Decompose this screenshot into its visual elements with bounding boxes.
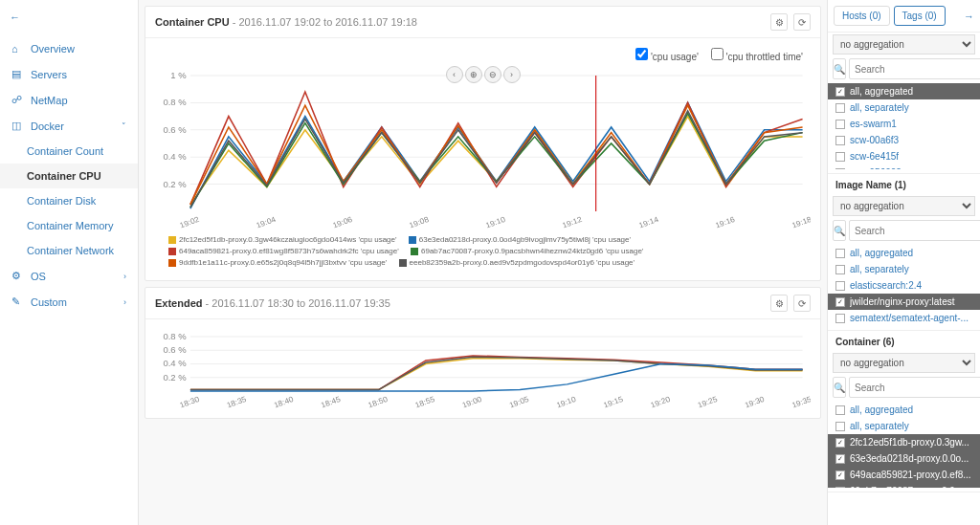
os-icon: ⚙ (11, 270, 23, 282)
checkbox-icon: ✓ (835, 470, 845, 480)
svg-text:0.8 %: 0.8 % (163, 332, 186, 341)
chart-zoom-out-icon[interactable]: ⊖ (484, 66, 501, 83)
svg-text:0.8 %: 0.8 % (163, 98, 186, 108)
svg-text:19:25: 19:25 (697, 395, 719, 408)
filter-group-2: Container (6)no aggregation🔍all, aggrega… (828, 331, 980, 492)
svg-text:18:45: 18:45 (320, 395, 342, 408)
checkbox-icon (835, 136, 845, 145)
filter-item[interactable]: all, separately (828, 261, 980, 277)
checkbox-icon (835, 281, 845, 291)
filter-item[interactable]: es-swarm1 (828, 116, 980, 132)
search-icon[interactable]: 🔍 (833, 58, 846, 79)
sub-nav-container-network[interactable]: Container Network (0, 238, 138, 263)
custom-icon: ✎ (11, 295, 23, 308)
checkbox-icon (835, 120, 845, 129)
legend-item[interactable]: eeeb82359a2b-proxy.0.aed9v5zpdmgodovspd4… (399, 258, 635, 267)
chart-prev-icon[interactable]: ‹ (446, 66, 463, 83)
sub-nav-container-memory[interactable]: Container Memory (0, 213, 138, 238)
filter-item[interactable]: ✓69ab7ac70087-proxy.0.9pa... (828, 483, 980, 488)
checkbox-icon: ✓ (835, 438, 845, 448)
search-icon[interactable]: 🔍 (833, 220, 846, 241)
filter-group-1: Image Name (1)no aggregation🔍all, aggreg… (828, 174, 980, 331)
filter-item[interactable]: elasticsearch:2.4 (828, 277, 980, 294)
svg-text:19:30: 19:30 (744, 395, 766, 408)
panel-container-cpu: Container CPU - 2016.11.07 19:02 to 2016… (145, 6, 821, 281)
filter-item[interactable]: sematext/sematext-agent-... (828, 310, 980, 326)
refresh-icon[interactable]: ⟳ (793, 295, 811, 312)
filter-item[interactable]: ✓649aca859821-proxy.0.ef8... (828, 467, 980, 483)
svg-text:18:55: 18:55 (414, 395, 436, 408)
panel-range: - 2016.11.07 18:30 to 2016.11.07 19:35 (206, 297, 390, 309)
settings-icon[interactable]: ⚙ (770, 13, 788, 31)
filter-search-input[interactable] (849, 377, 980, 398)
chart-zoom-in-icon[interactable]: ⊕ (465, 66, 482, 83)
panel-title: Container CPU (155, 16, 230, 28)
nav-item-os[interactable]: ⚙OS› (0, 263, 138, 289)
svg-text:1 %: 1 % (170, 71, 186, 80)
back-button[interactable]: ← (0, 8, 138, 27)
filter-item[interactable]: ✓jwilder/nginx-proxy:latest (828, 294, 980, 310)
legend-item[interactable]: 649aca859821-proxy.0.ef81wg8f5873h7s6wah… (168, 247, 399, 255)
filter-item[interactable]: all, aggregated (828, 402, 980, 418)
svg-text:19:04: 19:04 (255, 215, 277, 229)
docker-icon: ◫ (11, 120, 23, 132)
nav-item-netmap[interactable]: ☍NetMap (0, 87, 138, 113)
legend-item[interactable]: 2fc12ed5f1db-proxy.0.3gw46kczaiugioc6gdo… (168, 235, 397, 244)
refresh-icon[interactable]: ⟳ (793, 13, 811, 31)
checkbox-icon: ✓ (835, 487, 845, 489)
filter-item[interactable]: all, separately (828, 418, 980, 434)
checkbox-icon (835, 405, 845, 415)
toggle-cpu-usage[interactable] (635, 48, 648, 60)
nav-item-custom[interactable]: ✎Custom› (0, 289, 138, 315)
checkbox-icon (835, 152, 845, 162)
filter-item[interactable]: all, separately (828, 99, 980, 116)
toggle-cpu-throttled[interactable] (711, 48, 724, 60)
checkbox-icon (835, 314, 845, 323)
checkbox-icon (835, 103, 845, 113)
legend-item[interactable]: 63e3eda0218d-proxy.0.0od4gb9ivogjlmv75y5… (409, 235, 631, 244)
svg-text:19:18: 19:18 (791, 215, 811, 229)
svg-text:19:06: 19:06 (331, 215, 353, 229)
filter-item[interactable]: ✓2fc12ed5f1db-proxy.0.3gw... (828, 434, 980, 450)
panel-title: Extended (155, 297, 203, 309)
aggregation-select[interactable]: no aggregation (833, 353, 975, 373)
filter-item[interactable]: scw-6e415f (828, 148, 980, 164)
filter-group-title: Image Name (1) (828, 174, 980, 194)
nav-item-servers[interactable]: ▤Servers (0, 61, 138, 87)
filter-item[interactable]: scw-00a6f3 (828, 132, 980, 148)
legend-item[interactable]: 9ddfb1e1a11c-proxy.0.e65s2j0q8q94l5h7jjl… (168, 258, 387, 267)
filter-search-input[interactable] (849, 58, 980, 79)
svg-text:19:08: 19:08 (408, 215, 430, 229)
filter-item[interactable]: scw-956002 (828, 164, 980, 169)
sub-nav-container-disk[interactable]: Container Disk (0, 188, 138, 213)
search-icon[interactable]: 🔍 (833, 377, 846, 398)
forward-button[interactable]: → (964, 11, 974, 22)
panel-extended: Extended - 2016.11.07 18:30 to 2016.11.0… (145, 287, 821, 419)
sub-nav-container-count[interactable]: Container Count (0, 139, 138, 164)
filter-item[interactable]: ✓all, aggregated (828, 83, 980, 99)
svg-text:19:10: 19:10 (555, 395, 577, 408)
svg-text:19:14: 19:14 (637, 215, 659, 229)
filter-item[interactable]: all, aggregated (828, 245, 980, 261)
svg-text:19:02: 19:02 (179, 215, 201, 229)
chart-next-icon[interactable]: › (503, 66, 521, 83)
filter-item[interactable]: ✓63e3eda0218d-proxy.0.0o... (828, 450, 980, 467)
chart-container-cpu: ‹ ⊕ ⊖ › 0.2 %0.4 %0.6 %0.8 %1 %19:0219:0… (155, 66, 811, 229)
settings-icon[interactable]: ⚙ (770, 295, 788, 312)
sub-nav-container-cpu[interactable]: Container CPU (0, 164, 138, 188)
tab-tags[interactable]: Tags (0) (894, 6, 946, 26)
nav-item-docker[interactable]: ◫Docker˅ (0, 113, 138, 139)
chart-extended: 0.2 %0.4 %0.6 %0.8 %18:3018:3518:4018:45… (155, 327, 811, 408)
legend-item[interactable]: 69ab7ac70087-proxy.0.9pacsbhwn4iheznw24k… (411, 247, 643, 255)
nav-item-overview[interactable]: ⌂Overview (0, 36, 138, 61)
svg-text:0.2 %: 0.2 % (163, 373, 186, 383)
svg-text:0.6 %: 0.6 % (163, 345, 186, 355)
filter-search-input[interactable] (849, 220, 980, 241)
aggregation-select[interactable]: no aggregation (833, 34, 975, 55)
chevron-icon: ˅ (122, 121, 126, 131)
tab-hosts[interactable]: Hosts (0) (834, 6, 890, 26)
sidebar-right: Hosts (0) Tags (0) → no aggregation🔍✓all… (827, 0, 980, 525)
aggregation-select[interactable]: no aggregation (833, 196, 975, 216)
chevron-icon: › (123, 272, 126, 281)
svg-text:0.4 %: 0.4 % (163, 152, 186, 162)
